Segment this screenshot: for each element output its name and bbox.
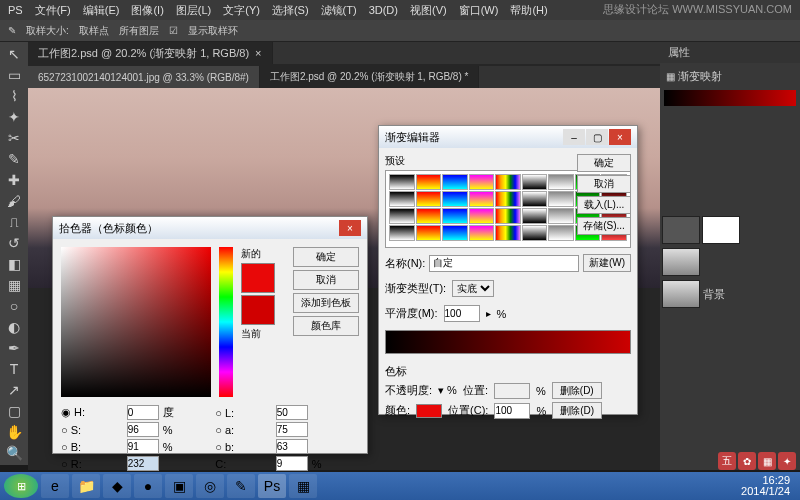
menu-window[interactable]: 窗口(W): [459, 3, 499, 18]
grad-name-input[interactable]: [429, 255, 579, 272]
preset-swatch[interactable]: [469, 208, 495, 224]
delete-color-stop[interactable]: 删除(D): [552, 402, 602, 419]
path-tool[interactable]: ↗: [2, 380, 26, 400]
tray-4[interactable]: ✦: [778, 452, 796, 470]
menu-filter[interactable]: 滤镜(T): [321, 3, 357, 18]
preset-swatch[interactable]: [389, 191, 415, 207]
stamp-tool[interactable]: ⎍: [2, 212, 26, 232]
close-icon[interactable]: ×: [255, 47, 261, 59]
preset-swatch[interactable]: [416, 225, 442, 241]
preset-swatch[interactable]: [442, 225, 468, 241]
heal-tool[interactable]: ✚: [2, 170, 26, 190]
layer-thumb-bg[interactable]: [662, 280, 700, 308]
preset-swatch[interactable]: [389, 174, 415, 190]
history-tool[interactable]: ↺: [2, 233, 26, 253]
preset-swatch[interactable]: [442, 208, 468, 224]
tb-app4[interactable]: ◎: [196, 474, 224, 498]
sample-size-value[interactable]: 取样点: [79, 24, 109, 38]
gradient-map-preview[interactable]: [664, 90, 796, 106]
ok-button[interactable]: 确定: [293, 247, 359, 267]
show-ring[interactable]: 显示取样环: [188, 24, 238, 38]
l-input[interactable]: [276, 405, 308, 420]
preset-swatch[interactable]: [522, 225, 548, 241]
tb-ps[interactable]: Ps: [258, 474, 286, 498]
preset-swatch[interactable]: [495, 174, 521, 190]
brush-tool[interactable]: 🖌: [2, 191, 26, 211]
stop-color-swatch[interactable]: [416, 404, 442, 418]
preset-swatch[interactable]: [548, 191, 574, 207]
tray-1[interactable]: 五: [718, 452, 736, 470]
close-icon[interactable]: ×: [339, 220, 361, 236]
preset-swatch[interactable]: [389, 225, 415, 241]
props-tab[interactable]: 属性: [668, 45, 690, 60]
move-tool[interactable]: ↖: [2, 44, 26, 64]
layer-mask[interactable]: [702, 216, 740, 244]
menu-type[interactable]: 文字(Y): [223, 3, 260, 18]
menu-edit[interactable]: 编辑(E): [83, 3, 120, 18]
close-icon[interactable]: ×: [609, 129, 631, 145]
type-tool[interactable]: T: [2, 359, 26, 379]
tray-3[interactable]: ▦: [758, 452, 776, 470]
b2-input[interactable]: [276, 439, 308, 454]
blur-tool[interactable]: ○: [2, 296, 26, 316]
menu-3d[interactable]: 3D(D): [369, 4, 398, 16]
preset-swatch[interactable]: [548, 174, 574, 190]
sv-field[interactable]: [61, 247, 211, 397]
color-pos-input[interactable]: [494, 403, 530, 419]
menu-view[interactable]: 视图(V): [410, 3, 447, 18]
crop-tool[interactable]: ✂: [2, 128, 26, 148]
hue-slider[interactable]: [219, 247, 233, 397]
tb-ie[interactable]: e: [41, 474, 69, 498]
menu-layer[interactable]: 图层(L): [176, 3, 211, 18]
gradient-ramp[interactable]: [385, 330, 631, 354]
eraser-tool[interactable]: ◧: [2, 254, 26, 274]
preset-swatch[interactable]: [416, 174, 442, 190]
preset-swatch[interactable]: [548, 225, 574, 241]
zoom-tool[interactable]: 🔍: [2, 443, 26, 463]
tb-explorer[interactable]: 📁: [72, 474, 100, 498]
grad-save-button[interactable]: 存储(S)...: [577, 217, 631, 235]
start-button[interactable]: ⊞: [4, 474, 38, 498]
tb-app2[interactable]: ●: [134, 474, 162, 498]
r-input[interactable]: [127, 456, 159, 471]
grad-titlebar[interactable]: 渐变编辑器 –▢×: [379, 126, 637, 148]
preset-swatch[interactable]: [469, 225, 495, 241]
tb-app6[interactable]: ▦: [289, 474, 317, 498]
s-input[interactable]: [127, 422, 159, 437]
sample-layers[interactable]: 所有图层: [119, 24, 159, 38]
preset-swatch[interactable]: [469, 191, 495, 207]
preset-swatch[interactable]: [522, 174, 548, 190]
color-lib-button[interactable]: 颜色库: [293, 316, 359, 336]
wand-tool[interactable]: ✦: [2, 107, 26, 127]
tb-app1[interactable]: ◆: [103, 474, 131, 498]
doc-tab-2[interactable]: 工作图2.psd @ 20.2% (渐变映射 1, RGB/8) *: [260, 66, 480, 88]
menu-file[interactable]: 文件(F): [35, 3, 71, 18]
grad-cancel-button[interactable]: 取消: [577, 175, 631, 193]
preset-swatch[interactable]: [469, 174, 495, 190]
grad-ok-button[interactable]: 确定: [577, 154, 631, 172]
grad-new-button[interactable]: 新建(W): [583, 254, 631, 272]
cancel-button[interactable]: 取消: [293, 270, 359, 290]
preset-swatch[interactable]: [416, 208, 442, 224]
preset-swatch[interactable]: [522, 208, 548, 224]
lasso-tool[interactable]: ⌇: [2, 86, 26, 106]
add-swatch-button[interactable]: 添加到色板: [293, 293, 359, 313]
tray-2[interactable]: ✿: [738, 452, 756, 470]
dodge-tool[interactable]: ◐: [2, 317, 26, 337]
a-input[interactable]: [276, 422, 308, 437]
bval-input[interactable]: [127, 439, 159, 454]
preset-swatch[interactable]: [495, 225, 521, 241]
layer-thumb-adj[interactable]: [662, 216, 700, 244]
preset-swatch[interactable]: [389, 208, 415, 224]
tb-app3[interactable]: ▣: [165, 474, 193, 498]
shape-tool[interactable]: ▢: [2, 401, 26, 421]
max-icon[interactable]: ▢: [586, 129, 608, 145]
hand-tool[interactable]: ✋: [2, 422, 26, 442]
preset-swatch[interactable]: [442, 191, 468, 207]
doc-tab-1[interactable]: 6527231002140124001.jpg @ 33.3% (RGB/8#): [28, 66, 260, 88]
smooth-input[interactable]: [444, 305, 480, 322]
clock[interactable]: 16:292014/1/24: [741, 475, 796, 497]
preset-swatch[interactable]: [416, 191, 442, 207]
layer-thumb-sky[interactable]: [662, 248, 700, 276]
preset-swatch[interactable]: [548, 208, 574, 224]
